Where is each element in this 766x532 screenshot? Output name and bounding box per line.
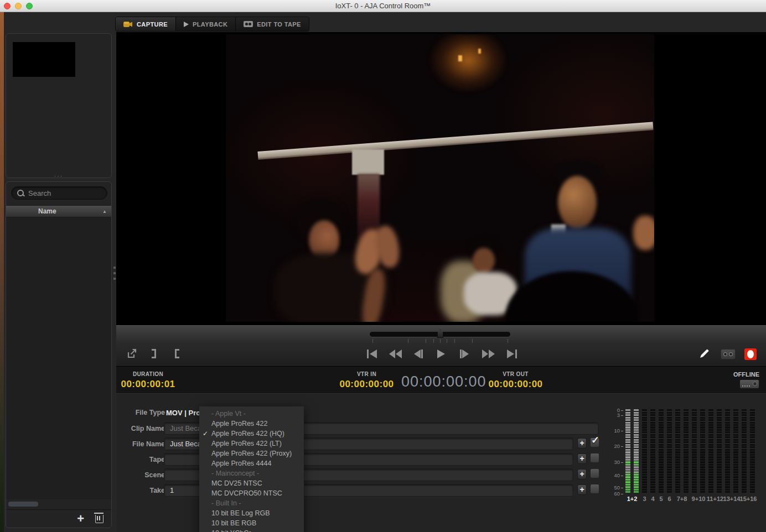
name-column-header[interactable]: Name ▲ <box>6 205 111 217</box>
codec-menu-item[interactable]: MC DV25 NTSC <box>199 478 304 488</box>
audio-meter-channel-7 <box>675 409 680 494</box>
vtr-deck-icon <box>740 380 759 388</box>
file-type-value[interactable]: MOV | Pro <box>166 409 200 417</box>
tab-edit-to-tape[interactable]: EDIT TO TAPE <box>236 17 309 31</box>
offline-status: OFFLINE <box>721 371 759 378</box>
scene-checkbox[interactable] <box>590 468 599 478</box>
codec-menu-item[interactable]: MC DVCPRO50 NTSC <box>199 488 304 498</box>
go-to-end-button[interactable] <box>506 350 517 358</box>
codec-menu-item[interactable]: 10 bit YCbCr <box>199 528 304 532</box>
codec-menu-section-header: - Mainconcept - <box>199 468 304 478</box>
step-back-button[interactable] <box>414 350 423 358</box>
checkmark-icon: ✓ <box>203 429 208 439</box>
vtr-in-value: 00:00:00:00 <box>335 379 398 390</box>
transport-bar <box>116 325 766 366</box>
audio-meter-channel-1 <box>625 409 630 494</box>
meter-scale-tick: 30 <box>607 459 623 465</box>
file-name-checkbox[interactable]: ✓ <box>590 437 599 447</box>
tab-capture[interactable]: CAPTURE <box>116 17 176 31</box>
clip-preview-panel <box>6 33 112 178</box>
meter-scale-tick: 10 <box>607 427 623 434</box>
codec-menu-item[interactable]: Apple ProRes 422 <box>199 419 304 429</box>
add-clip-button[interactable]: + <box>77 514 84 523</box>
play-button[interactable] <box>437 350 446 358</box>
audio-meter-channel-6 <box>667 409 672 494</box>
export-clip-button[interactable] <box>126 348 138 359</box>
camera-icon <box>123 21 133 28</box>
mode-tabbar: CAPTURE PLAYBACK EDIT TO TAPE <box>115 17 309 32</box>
tab-playback-label: PLAYBACK <box>193 21 227 28</box>
checkmark-icon: ✓ <box>591 434 599 446</box>
vtr-out-value: 00:00:00:00 <box>484 379 547 390</box>
clip-name-label: Clip Name <box>121 425 165 432</box>
edit-pencil-button[interactable] <box>698 348 710 359</box>
take-checkbox[interactable] <box>590 484 599 494</box>
audio-meter-channel-11 <box>708 409 713 494</box>
name-column-label: Name <box>38 207 102 215</box>
meter-scale-tick: 3 <box>607 412 623 418</box>
file-type-label: File Type <box>121 409 165 416</box>
clip-list-panel: Search Name ▲ + <box>6 181 112 528</box>
mark-in-button[interactable] <box>175 349 179 358</box>
meter-scale-tick: 20 <box>607 443 623 449</box>
search-input[interactable]: Search <box>11 186 107 200</box>
audio-meter-channel-14 <box>733 409 738 494</box>
current-timecode: 00:00:00:00 <box>401 373 482 390</box>
audio-meter-scale: 03102030405060 <box>607 0 624 532</box>
codec-menu-section-header: - Apple Vt - <box>199 409 304 419</box>
codec-menu: - Apple Vt -Apple ProRes 422✓Apple ProRe… <box>199 406 304 532</box>
audio-meter-channel-5 <box>659 409 664 494</box>
audio-meter-channel-8 <box>684 409 689 494</box>
file-name-add-button[interactable]: + <box>577 438 587 448</box>
codec-menu-item[interactable]: 10 bit BE RGB <box>199 518 304 528</box>
audio-meter-channel-15 <box>742 409 747 494</box>
duration-label: DURATION <box>116 371 180 377</box>
meter-scale-tick: 60 <box>607 491 623 497</box>
tape-checkbox[interactable] <box>590 453 599 463</box>
codec-menu-item[interactable]: Apple ProRes 422 (Proxy) <box>199 448 304 458</box>
take-add-button[interactable]: + <box>577 484 587 495</box>
aja-control-room-window: IoXT- 0 - AJA Control Room™ CAPTURE PLAY… <box>0 0 766 532</box>
delete-clip-button[interactable] <box>95 515 103 523</box>
audio-meter-channel-10 <box>700 409 705 494</box>
video-preview <box>226 34 654 322</box>
codec-menu-item[interactable]: ✓Apple ProRes 422 (HQ) <box>199 429 304 439</box>
vtr-in-label: VTR IN <box>335 371 398 377</box>
codec-menu-item[interactable]: Apple ProRes 422 (LT) <box>199 439 304 448</box>
vtr-tape-button[interactable] <box>721 349 736 359</box>
step-forward-button[interactable] <box>459 350 469 358</box>
clip-list-toolbar: + <box>6 509 111 528</box>
codec-menu-item[interactable]: Apple ProRes 4444 <box>199 458 304 468</box>
horizontal-scrollbar-thumb[interactable] <box>8 502 38 507</box>
audio-meter-channel-16 <box>750 409 755 494</box>
record-button[interactable] <box>744 348 757 360</box>
titlebar: IoXT- 0 - AJA Control Room™ <box>0 0 766 12</box>
panel-resize-handle[interactable]: ··· <box>6 173 112 179</box>
audio-meter-channel-2 <box>634 409 639 494</box>
mark-out-button[interactable] <box>152 349 156 358</box>
clip-thumbnail <box>13 42 75 77</box>
audio-meter-channel-4 <box>650 409 655 494</box>
codec-menu-section-header: - Built In - <box>199 498 304 508</box>
window-title: IoXT- 0 - AJA Control Room™ <box>0 2 766 10</box>
record-dot-icon <box>747 350 754 358</box>
fast-forward-button[interactable] <box>482 350 495 358</box>
go-to-start-button[interactable] <box>366 350 377 358</box>
sort-ascending-icon: ▲ <box>102 209 107 214</box>
take-label: Take <box>121 487 165 494</box>
tape-add-button[interactable]: + <box>577 453 587 464</box>
vtr-out-label: VTR OUT <box>484 371 547 377</box>
scene-label: Scene <box>121 471 165 479</box>
search-placeholder: Search <box>28 189 51 197</box>
codec-menu-item[interactable]: 10 bit BE Log RGB <box>199 508 304 518</box>
scene-add-button[interactable]: + <box>577 469 587 479</box>
scrubber-playhead[interactable] <box>437 330 443 338</box>
clip-list[interactable] <box>6 217 111 499</box>
audio-meter-channel-9 <box>692 409 697 494</box>
search-icon <box>17 190 24 196</box>
tab-playback[interactable]: PLAYBACK <box>176 17 236 31</box>
desktop-edge <box>0 12 4 532</box>
rewind-button[interactable] <box>389 350 402 358</box>
audio-meter-channel-12 <box>717 409 722 494</box>
tape-label: Tape <box>121 456 165 463</box>
